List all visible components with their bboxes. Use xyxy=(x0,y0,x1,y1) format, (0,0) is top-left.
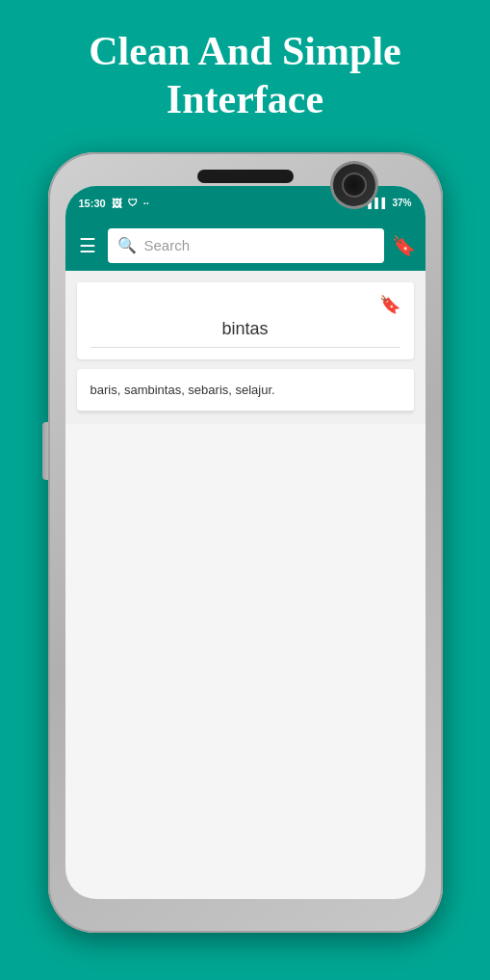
phone-mockup: 15:30 🖼 🛡 ·· ⏰ ▌▌▌ 37% ☰ 🔍 Search xyxy=(43,147,448,938)
status-dots: ·· xyxy=(143,198,149,209)
definition-card: baris, sambintas, sebaris, selajur. xyxy=(77,369,414,413)
search-icon: 🔍 xyxy=(117,236,137,254)
menu-icon[interactable]: ☰ xyxy=(75,232,100,259)
image-icon: 🖼 xyxy=(112,198,122,209)
hero-title: Clean And Simple Interface xyxy=(69,27,420,124)
definition-text: baris, sambintas, sebaris, selajur. xyxy=(90,381,400,400)
word-card: 🔖 bintas xyxy=(77,282,414,359)
shield-icon: 🛡 xyxy=(128,198,138,208)
screen-content: 🔖 bintas baris, sambintas, sebaris, sela… xyxy=(65,271,426,425)
word-card-header: 🔖 xyxy=(90,294,400,315)
status-time: 15:30 xyxy=(79,198,106,209)
phone-notch xyxy=(197,170,294,183)
phone-shell: 15:30 🖼 🛡 ·· ⏰ ▌▌▌ 37% ☰ 🔍 Search xyxy=(48,152,443,933)
battery-indicator: 37% xyxy=(392,198,411,208)
status-left: 15:30 🖼 🛡 ·· xyxy=(79,198,149,209)
phone-screen: 15:30 🖼 🛡 ·· ⏰ ▌▌▌ 37% ☰ 🔍 Search xyxy=(65,186,426,899)
side-button xyxy=(42,422,48,480)
signal-bars: ▌▌▌ xyxy=(368,198,388,208)
search-bar[interactable]: 🔍 Search xyxy=(108,228,384,263)
search-placeholder-text: Search xyxy=(144,237,191,253)
phone-camera xyxy=(333,164,375,206)
bookmark-icon-appbar[interactable]: 🔖 xyxy=(392,234,416,257)
app-bar: ☰ 🔍 Search 🔖 xyxy=(65,221,426,271)
word-title: bintas xyxy=(90,319,400,348)
bookmark-icon-card[interactable]: 🔖 xyxy=(379,294,400,315)
